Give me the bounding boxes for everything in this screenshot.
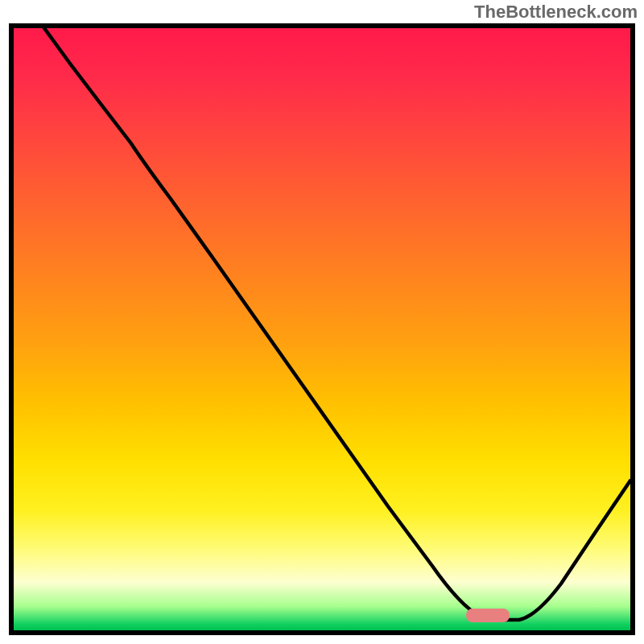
curve-path [44,28,630,620]
optimal-marker [466,609,510,622]
bottleneck-curve [14,28,630,630]
chart-frame [9,23,635,635]
attribution-text: TheBottleneck.com [474,2,638,23]
